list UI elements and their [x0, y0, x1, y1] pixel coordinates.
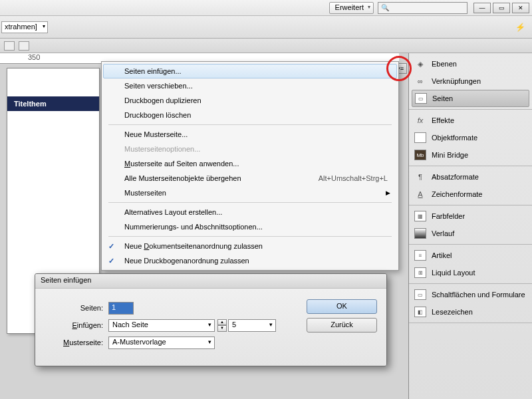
- menu-new-master[interactable]: Neue Musterseite...: [103, 127, 397, 142]
- seiten-input[interactable]: 1: [108, 302, 134, 315]
- layers-icon: ◈: [414, 59, 426, 69]
- einfuegen-label: Einfügen:: [45, 321, 108, 329]
- buttons-icon: ▭: [414, 289, 426, 300]
- ok-button[interactable]: OK: [307, 299, 377, 314]
- menu-masters-submenu[interactable]: Musterseiten▶: [103, 186, 397, 200]
- pages-icon: ▭: [415, 93, 427, 104]
- menu-allow-doc-shuffle[interactable]: ✓Neue Dokumentseitenanordnung zulassen: [103, 239, 397, 253]
- panel-objektformate[interactable]: Objektformate: [409, 129, 532, 146]
- panel-schaltflaechen[interactable]: ▭Schaltflächen und Formulare: [409, 286, 532, 303]
- frame-dropdown[interactable]: xtrahmen]: [1, 21, 48, 33]
- page-spinner[interactable]: ▲▼: [217, 319, 227, 332]
- einfuegen-dropdown[interactable]: Nach Seite: [108, 319, 215, 332]
- bolt-icon[interactable]: ⚡: [512, 23, 528, 32]
- cancel-button[interactable]: Zurück: [307, 318, 377, 332]
- document-banner: Titelthem: [7, 96, 99, 111]
- menu-insert-pages[interactable]: Seiten einfügen...: [103, 64, 397, 78]
- panel-artikel[interactable]: ≡Artikel: [409, 247, 532, 264]
- panel-effekte[interactable]: fxEffekte: [409, 112, 532, 129]
- fx-icon: fx: [414, 115, 426, 126]
- close-button[interactable]: ✕: [512, 3, 529, 13]
- workspace-dropdown[interactable]: Erweitert: [329, 2, 374, 14]
- menu-delete-spread[interactable]: Druckbogen löschen: [103, 108, 397, 122]
- objfmt-icon: [414, 132, 426, 143]
- menu-apply-master[interactable]: Musterseite auf Seiten anwenden...: [103, 156, 397, 171]
- musterseite-label: Musterseite:: [45, 338, 108, 346]
- search-input[interactable]: 🔍: [378, 2, 467, 14]
- workspace-label: Erweitert: [335, 3, 364, 11]
- seiten-label: Seiten:: [45, 304, 108, 312]
- frame-label: xtrahmen]: [5, 23, 37, 31]
- shortcut-text: Alt+Umschalt+Strg+L: [319, 174, 388, 182]
- secondary-bar: [0, 39, 532, 53]
- insert-pages-dialog: Seiten einfügen Seiten: 1 Einfügen: Nach…: [35, 273, 387, 366]
- menu-duplicate-spread[interactable]: Druckbogen duplizieren: [103, 93, 397, 108]
- panel-verknuepfungen[interactable]: ∞Verknüpfungen: [409, 72, 532, 90]
- window-titlebar: Erweitert 🔍 — ▭ ✕: [0, 0, 532, 16]
- search-icon: 🔍: [381, 4, 389, 11]
- bookmark-icon: ◧: [414, 307, 426, 317]
- check-icon: ✓: [108, 242, 114, 251]
- chevron-right-icon: ▶: [386, 190, 390, 196]
- gradient-icon: [414, 228, 426, 239]
- control-bar: xtrahmen] ⚡: [0, 16, 532, 39]
- pages-flyout-menu: Seiten einfügen... Seiten verschieben...…: [101, 61, 399, 271]
- tool-icon-2[interactable]: [19, 41, 29, 51]
- menu-allow-spread-shuffle[interactable]: ✓Neue Druckbogenanordnung zulassen: [103, 253, 397, 268]
- panel-seiten[interactable]: ▭Seiten: [412, 90, 529, 107]
- maximize-button[interactable]: ▭: [493, 3, 510, 13]
- minibridge-icon: Mb: [414, 150, 426, 160]
- panel-ebenen[interactable]: ◈Ebenen: [409, 55, 532, 72]
- menu-numbering[interactable]: Nummerierungs- und Abschnittsoptionen...: [103, 219, 397, 234]
- swatches-icon: ▦: [414, 211, 426, 221]
- panel-farbfelder[interactable]: ▦Farbfelder: [409, 207, 532, 225]
- panel-lesezeichen[interactable]: ◧Lesezeichen: [409, 303, 532, 321]
- menu-override-master[interactable]: Alle Musterseitenobjekte übergehenAlt+Um…: [103, 171, 397, 186]
- check-icon: ✓: [108, 257, 114, 265]
- tool-icon-1[interactable]: [4, 41, 15, 51]
- article-icon: ≡: [414, 250, 426, 261]
- panel-absatzformate[interactable]: ¶Absatzformate: [409, 168, 532, 186]
- panel-minibridge[interactable]: MbMini Bridge: [409, 146, 532, 164]
- menu-master-options: Musterseitenoptionen...: [103, 142, 397, 156]
- page-number-input[interactable]: 5: [228, 319, 276, 332]
- panel-dock: ◈Ebenen ∞Verknüpfungen ▭Seiten fxEffekte…: [408, 53, 532, 399]
- panel-zeichenformate[interactable]: AZeichenformate: [409, 186, 532, 203]
- panel-verlauf[interactable]: Verlauf: [409, 225, 532, 242]
- links-icon: ∞: [414, 76, 426, 86]
- menu-move-pages[interactable]: Seiten verschieben...: [103, 78, 397, 93]
- ruler-mark: 350: [28, 53, 40, 61]
- musterseite-dropdown[interactable]: A-Mustervorlage: [108, 336, 215, 349]
- minimize-button[interactable]: —: [473, 3, 491, 13]
- liquid-icon: ⊞: [414, 267, 426, 278]
- menu-alt-layout[interactable]: Alternatives Layout erstellen...: [103, 205, 397, 219]
- char-icon: A: [414, 189, 426, 200]
- paragraph-icon: ¶: [414, 172, 426, 182]
- dialog-title: Seiten einfügen: [35, 274, 386, 289]
- panel-liquid[interactable]: ⊞Liquid Layout: [409, 264, 532, 281]
- window-buttons: — ▭ ✕: [471, 3, 529, 13]
